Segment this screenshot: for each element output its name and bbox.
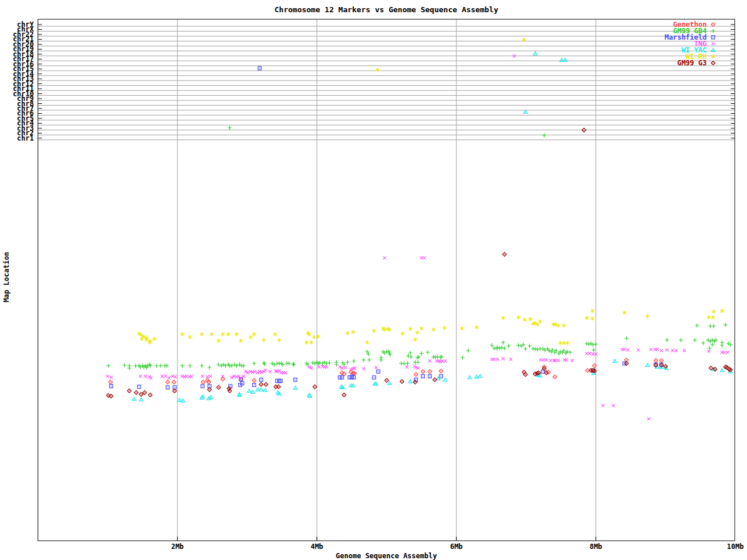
data-point-marker — [200, 364, 204, 368]
data-point-marker — [166, 380, 170, 384]
data-point-marker — [155, 364, 159, 368]
data-point-marker — [334, 363, 338, 367]
data-point-marker — [312, 335, 316, 340]
data-point-marker — [242, 364, 246, 368]
data-point-marker — [351, 384, 355, 387]
data-point-marker — [711, 55, 715, 59]
data-point-marker — [439, 374, 443, 378]
data-point-marker — [711, 61, 715, 65]
data-point-marker — [654, 359, 658, 363]
data-point-marker — [123, 363, 127, 368]
data-point-marker — [720, 369, 724, 372]
data-point-marker — [585, 316, 588, 320]
data-point-marker — [292, 363, 296, 367]
data-point-marker — [585, 342, 589, 346]
data-point-marker — [367, 358, 371, 362]
data-point-marker — [149, 376, 152, 379]
data-point-marker — [493, 358, 495, 360]
data-point-marker — [426, 351, 430, 355]
series-wi-yac — [132, 52, 732, 402]
data-point-marker — [428, 359, 431, 362]
data-point-marker — [251, 390, 255, 394]
data-point-marker — [562, 324, 566, 328]
data-point-marker — [228, 126, 232, 130]
legend — [711, 23, 715, 65]
data-point-marker — [502, 346, 507, 351]
plot-area: 2Mb4Mb6Mb8Mb10MbchrYchrXchr22chr21chr20c… — [0, 0, 747, 560]
data-point-marker — [523, 318, 526, 322]
data-point-marker — [342, 393, 346, 397]
data-point-marker — [177, 398, 181, 402]
data-point-marker — [428, 370, 432, 374]
data-point-marker — [535, 348, 539, 352]
data-point-marker — [420, 256, 423, 259]
data-point-marker — [309, 341, 313, 345]
data-point-marker — [645, 314, 649, 318]
data-point-marker — [376, 68, 379, 72]
data-point-marker — [711, 42, 714, 45]
data-point-marker — [588, 352, 591, 355]
data-point-marker — [712, 310, 715, 314]
data-point-marker — [263, 388, 267, 392]
data-point-marker — [262, 338, 266, 342]
data-point-marker — [549, 359, 552, 362]
data-point-marker — [432, 328, 435, 332]
data-point-marker — [656, 348, 659, 351]
data-point-marker — [475, 326, 479, 330]
data-point-marker — [242, 374, 245, 377]
data-point-marker — [153, 337, 156, 341]
data-point-marker — [174, 375, 177, 378]
x-tick-label: 10Mb — [727, 542, 744, 551]
data-point-marker — [253, 383, 256, 387]
data-point-marker — [409, 351, 413, 355]
data-point-marker — [707, 316, 711, 320]
data-point-marker — [406, 362, 410, 366]
data-point-marker — [284, 371, 287, 374]
data-point-marker — [137, 385, 141, 388]
data-point-marker — [134, 391, 138, 395]
data-point-marker — [144, 374, 146, 377]
data-point-marker — [645, 363, 650, 367]
data-point-marker — [707, 346, 711, 351]
data-point-marker — [545, 358, 548, 361]
chart-canvas: Chromosome 12 Markers vs Genome Sequence… — [0, 0, 747, 560]
data-point-marker — [594, 342, 598, 346]
data-point-marker — [291, 362, 295, 366]
data-point-marker — [710, 343, 714, 347]
data-point-marker — [239, 339, 243, 343]
data-point-marker — [722, 351, 725, 354]
series-genethon — [109, 358, 664, 384]
data-point-marker — [478, 374, 482, 378]
data-point-marker — [110, 384, 113, 388]
x-tick-label: 4Mb — [310, 542, 323, 551]
data-point-marker — [533, 52, 537, 55]
data-point-marker — [132, 397, 137, 401]
data-point-marker — [180, 364, 184, 368]
data-point-marker — [587, 342, 591, 346]
data-point-marker — [252, 332, 256, 337]
data-point-marker — [637, 348, 640, 351]
data-point-marker — [693, 338, 697, 342]
data-point-marker — [591, 317, 594, 321]
data-point-marker — [444, 359, 446, 362]
data-point-marker — [338, 376, 342, 379]
data-point-marker — [711, 29, 715, 33]
data-point-marker — [385, 379, 389, 383]
data-point-marker — [601, 404, 604, 407]
data-point-marker — [711, 23, 715, 27]
data-point-marker — [416, 360, 420, 365]
data-point-marker — [538, 320, 542, 324]
data-point-marker — [160, 374, 163, 377]
data-point-marker — [496, 358, 499, 360]
data-point-marker — [277, 385, 281, 389]
data-point-marker — [675, 349, 678, 352]
data-point-marker — [106, 374, 109, 377]
data-point-marker — [258, 66, 261, 70]
data-point-marker — [235, 332, 239, 337]
data-point-marker — [516, 316, 520, 320]
data-point-marker — [148, 393, 152, 397]
data-point-marker — [671, 349, 674, 352]
data-point-marker — [249, 335, 252, 340]
data-point-marker — [256, 388, 260, 391]
data-point-marker — [420, 352, 424, 356]
